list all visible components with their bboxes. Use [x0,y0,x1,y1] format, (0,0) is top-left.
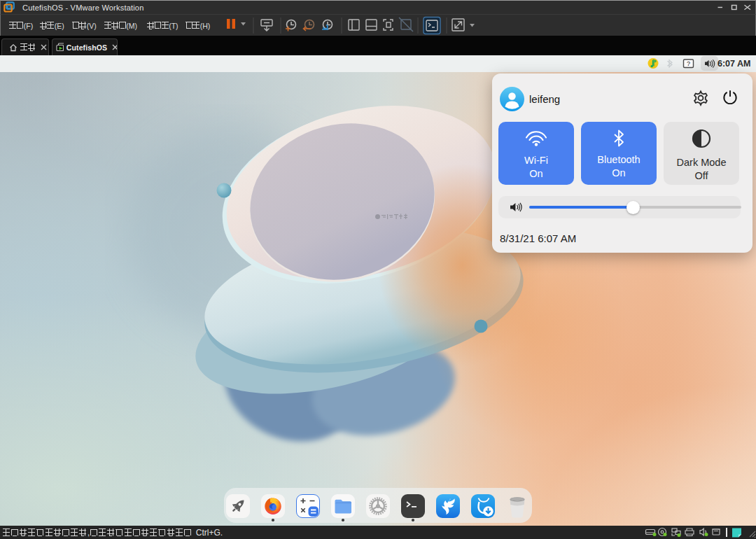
svg-text:?: ? [687,60,690,67]
